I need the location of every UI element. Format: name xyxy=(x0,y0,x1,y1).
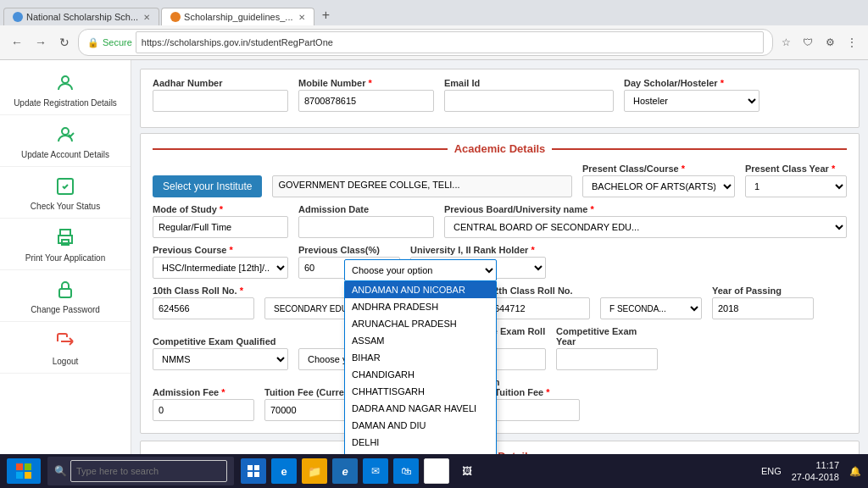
taskbar-chrome-icon[interactable]: ⊙ xyxy=(424,458,449,484)
mobile-label: Mobile Number * xyxy=(298,78,434,88)
state-option-andhra[interactable]: ANDHRA PRADESH xyxy=(345,298,496,315)
tab-scholarship1[interactable]: National Scholarship Sch... ✕ xyxy=(3,8,159,25)
present-class-year-select[interactable]: 1 xyxy=(745,175,847,197)
main-area: Aadhar Number Mobile Number * Email Id D… xyxy=(131,60,868,454)
sidebar-item-update-account[interactable]: Update Account Details xyxy=(0,115,131,167)
state-option-bihar[interactable]: BIHAR xyxy=(345,349,496,366)
address-input[interactable] xyxy=(136,31,764,53)
sidebar-item-print[interactable]: Print Your Application xyxy=(0,219,131,270)
new-tab-button[interactable]: + xyxy=(316,5,337,25)
sidebar-item-check-status[interactable]: Check Your Status xyxy=(0,167,131,219)
taskbar-photos-icon[interactable]: 🖼 xyxy=(454,458,480,484)
select-institute-button[interactable]: Select your Institute xyxy=(153,175,262,197)
email-input[interactable] xyxy=(444,90,614,112)
day-scholar-select[interactable]: Hosteler Day Scholar xyxy=(624,90,760,112)
svg-rect-8 xyxy=(16,472,23,479)
tab-close-2[interactable]: ✕ xyxy=(298,13,305,22)
taskbar-search-input[interactable] xyxy=(70,460,227,482)
taskbar: 🔍 e 📁 e ✉ 🛍 ⊙ 🖼 ENG 11:17 27- xyxy=(0,454,868,488)
taskbar-ie-icon[interactable]: e xyxy=(332,458,358,484)
forward-button[interactable]: → xyxy=(31,32,51,53)
year-passing2-input[interactable] xyxy=(712,297,814,319)
aadhar-input[interactable] xyxy=(153,90,288,112)
mode-row: Mode of Study * Admission Date Previous … xyxy=(153,204,847,238)
account-icon xyxy=(53,122,78,147)
print-icon xyxy=(53,225,78,251)
page-content: Update Registration Details Update Accou… xyxy=(0,60,868,454)
admission-fee-input[interactable] xyxy=(153,399,254,421)
sidebar-item-change-password[interactable]: Change Password xyxy=(0,270,131,322)
taskbar-store-icon[interactable]: 🛍 xyxy=(393,458,419,484)
state-option-daman[interactable]: DAMAN AND DIU xyxy=(345,417,496,434)
tab-label-1: National Scholarship Sch... xyxy=(26,12,138,22)
present-class-label: Present Class/Course * xyxy=(582,164,735,174)
taskbar-search[interactable]: 🔍 xyxy=(47,457,234,485)
sidebar-item-update-registration[interactable]: Update Registration Details xyxy=(0,64,131,115)
svg-rect-13 xyxy=(254,472,259,477)
sidebar-label-logout: Logout xyxy=(53,357,79,366)
taskbar-mail-icon[interactable]: ✉ xyxy=(363,458,388,484)
taskbar-edge-icon[interactable]: e xyxy=(271,458,297,484)
user-icon xyxy=(53,70,78,96)
mode-of-study-input[interactable] xyxy=(153,216,288,238)
state-option-chhattisgarh[interactable]: CHHATTISGARH xyxy=(345,383,496,400)
top-fields-row: Aadhar Number Mobile Number * Email Id D… xyxy=(153,78,847,112)
taskbar-explorer-icon[interactable] xyxy=(241,458,266,484)
institute-row: Select your Institute GOVERNMENT DEGREE … xyxy=(153,164,847,197)
svg-rect-11 xyxy=(254,465,259,470)
start-button[interactable] xyxy=(7,458,41,484)
taskbar-date: 27-04-2018 xyxy=(792,471,839,483)
roll-12-input[interactable] xyxy=(488,297,590,319)
taskbar-notification-icon[interactable]: 🔔 xyxy=(849,466,861,477)
year-passing2-label: Year of Passing xyxy=(712,286,814,296)
extension-icon[interactable]: ⚙ xyxy=(821,33,839,52)
menu-icon[interactable]: ⋮ xyxy=(843,33,861,52)
address-bar: ← → ↻ 🔒 Secure ☆ 🛡 ⚙ ⋮ xyxy=(0,25,868,60)
tab-scholarship2[interactable]: Scholarship_guidelines_... ✕ xyxy=(161,8,314,25)
admission-date-label: Admission Date xyxy=(298,204,434,214)
roll-row: 10th Class Roll No. * SECONDARY EDU... Y… xyxy=(153,286,847,319)
roll-10-input[interactable] xyxy=(153,297,254,319)
mobile-input[interactable] xyxy=(298,90,434,112)
taskbar-time: 11:17 27-04-2018 xyxy=(792,459,839,484)
svg-rect-12 xyxy=(248,472,253,477)
logout-icon xyxy=(53,329,78,354)
competitive-year-input[interactable] xyxy=(556,348,658,370)
section-line-left xyxy=(153,148,448,150)
competitive-select[interactable]: NMMS xyxy=(153,348,288,370)
prev-board-select[interactable]: CENTRAL BOARD OF SECONDARY EDU... xyxy=(444,216,847,238)
tab-close-1[interactable]: ✕ xyxy=(143,13,150,22)
state-option-andaman[interactable]: ANDAMAN AND NICOBAR xyxy=(345,281,496,298)
board-12-group: F SECONDA... xyxy=(600,296,702,319)
state-option-dadra[interactable]: DADRA AND NAGAR HAVELI xyxy=(345,400,496,417)
board-12-select[interactable]: F SECONDA... xyxy=(600,297,702,319)
admission-date-input[interactable] xyxy=(298,216,434,238)
institute-display: GOVERNMENT DEGREE COLLGE, TELI... xyxy=(272,175,572,197)
shield-icon[interactable]: 🛡 xyxy=(798,33,817,52)
select-institute-group: Select your Institute xyxy=(153,175,262,197)
prev-course-row: Previous Course * HSC/Intermediate [12th… xyxy=(153,245,847,279)
tabs-bar: National Scholarship Sch... ✕ Scholarshi… xyxy=(0,0,868,25)
svg-point-1 xyxy=(62,128,69,135)
back-button[interactable]: ← xyxy=(7,32,27,53)
state-dropdown-header[interactable]: Choose your option xyxy=(344,259,497,281)
bookmark-icon[interactable]: ☆ xyxy=(776,33,795,52)
state-option-chandigarh[interactable]: CHANDIGARH xyxy=(345,366,496,383)
present-class-select[interactable]: BACHELOR OF ARTS(ARTS) xyxy=(582,175,735,197)
roll-12-label: 12th Class Roll No. xyxy=(488,286,590,296)
address-icons: ☆ 🛡 ⚙ ⋮ xyxy=(776,33,861,52)
email-group: Email Id xyxy=(444,78,614,112)
refresh-button[interactable]: ↻ xyxy=(54,32,75,53)
state-option-arunachal[interactable]: ARUNACHAL PRADESH xyxy=(345,315,496,332)
state-option-assam[interactable]: ASSAM xyxy=(345,332,496,349)
competitive-label: Competitive Exam Qualified xyxy=(153,336,288,347)
sidebar-item-logout[interactable]: Logout xyxy=(0,322,131,374)
state-option-delhi[interactable]: DELHI xyxy=(345,434,496,451)
address-input-wrap[interactable]: 🔒 Secure xyxy=(78,29,773,56)
windows-icon xyxy=(16,463,31,479)
competitive-group: Competitive Exam Qualified NMMS xyxy=(153,336,288,370)
prev-course-select[interactable]: HSC/Intermediate [12th]/... xyxy=(153,257,288,279)
taskbar-folder-icon[interactable]: 📁 xyxy=(302,458,327,484)
roll-10-group: 10th Class Roll No. * xyxy=(153,286,254,319)
prev-class-pct-label: Previous Class(%) xyxy=(298,245,400,255)
